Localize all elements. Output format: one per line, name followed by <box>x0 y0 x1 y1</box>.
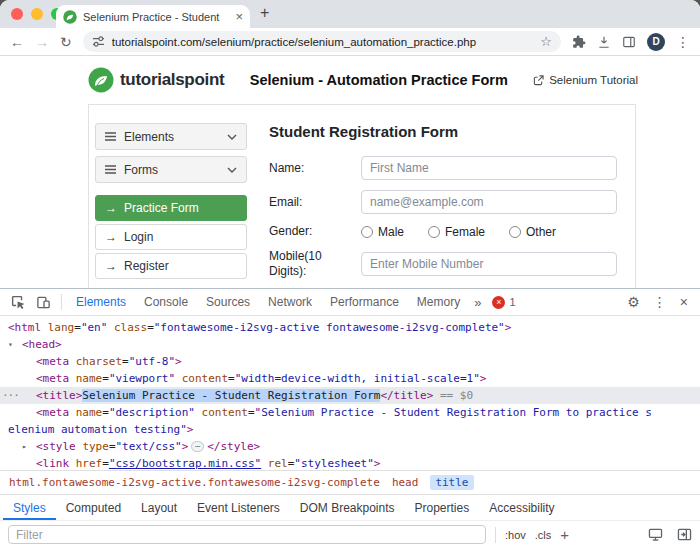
tab-styles[interactable]: Styles <box>3 495 56 520</box>
tab-favicon-icon <box>63 10 77 24</box>
radio-label: Other <box>526 225 556 239</box>
reload-icon[interactable]: ↻ <box>60 35 72 49</box>
devtools-settings-icon[interactable]: ⚙ <box>627 295 640 309</box>
devtools-tab-network[interactable]: Network <box>259 289 321 315</box>
breadcrumb-item-html[interactable]: html.fontawesome-i2svg-active.fontawesom… <box>9 476 380 489</box>
dom-node-line[interactable]: elenium automation testing"> <box>0 421 700 438</box>
sidebar-links: → Practice Form → Login → Register <box>95 195 247 279</box>
dom-node-line[interactable]: ···<title>Selenium Practice - Student Re… <box>0 387 700 404</box>
dom-node-line[interactable]: ▾<head> <box>0 336 700 353</box>
hamburger-icon <box>105 165 116 174</box>
sidebar-item-label: Login <box>124 230 153 244</box>
gender-radio-male[interactable]: Male <box>361 225 404 239</box>
tab-accessibility[interactable]: Accessibility <box>479 495 564 520</box>
devtools-tab-sources[interactable]: Sources <box>197 289 259 315</box>
sidebar-item-register[interactable]: → Register <box>95 253 247 279</box>
chevron-down-icon <box>227 167 237 173</box>
gender-radio-other[interactable]: Other <box>509 225 556 239</box>
radio-icon[interactable] <box>509 226 521 238</box>
styles-filter-input[interactable] <box>8 525 486 544</box>
error-icon: × <box>492 296 505 309</box>
devtools-close-icon[interactable]: × <box>680 295 688 309</box>
tab-properties[interactable]: Properties <box>405 495 480 520</box>
devtools-tab-console[interactable]: Console <box>135 289 197 315</box>
dom-node-line[interactable]: ▸<style type="text/css">⋯</style> <box>0 438 700 455</box>
forward-icon[interactable]: → <box>35 35 49 49</box>
radio-icon[interactable] <box>361 226 373 238</box>
bookmark-star-icon[interactable]: ☆ <box>540 34 552 49</box>
name-label: Name: <box>269 161 361 176</box>
dom-node-line[interactable]: <meta name="viewport" content="width=dev… <box>0 370 700 387</box>
styles-pane-tabs: Styles Computed Layout Event Listeners D… <box>0 494 700 520</box>
error-badge[interactable]: × 1 <box>492 296 515 309</box>
toggle-element-classes[interactable]: .cls <box>535 529 552 541</box>
devtools-tab-elements[interactable]: Elements <box>67 289 135 315</box>
dock-side-icon[interactable] <box>677 528 692 541</box>
tab-title: Selenium Practice - Student <box>83 11 229 23</box>
browser-tab-bar: Selenium Practice - Student × + <box>0 0 700 28</box>
back-icon[interactable]: ← <box>10 35 24 49</box>
devtools-menu-icon[interactable]: ⋮ <box>653 295 667 309</box>
breadcrumb: html.fontawesome-i2svg-active.fontawesom… <box>0 470 700 494</box>
toggle-hover-state[interactable]: :hov <box>505 529 526 541</box>
tab-close-icon[interactable]: × <box>235 10 243 23</box>
dom-node-line[interactable]: <html lang="en" class="fontawesome-i2svg… <box>0 319 700 336</box>
inspect-element-icon[interactable] <box>6 295 31 310</box>
dom-node-line[interactable]: <meta name="description" content="Seleni… <box>0 404 700 421</box>
selenium-tutorial-link[interactable]: Selenium Tutorial <box>533 74 638 86</box>
extensions-icon[interactable] <box>572 35 586 49</box>
dom-node-line[interactable]: <meta charset="utf-8"> <box>0 353 700 370</box>
sidebar-accordion-forms[interactable]: Forms <box>95 156 247 183</box>
gender-radio-female[interactable]: Female <box>428 225 485 239</box>
tab-dom-breakpoints[interactable]: DOM Breakpoints <box>290 495 405 520</box>
browser-tab[interactable]: Selenium Practice - Student × <box>56 5 250 28</box>
rendering-emulation-icon[interactable] <box>648 528 663 541</box>
dom-node-line[interactable]: <link href="css/bootstrap.min.css" rel="… <box>0 455 700 470</box>
breadcrumb-item-head[interactable]: head <box>392 476 419 489</box>
accordion-label: Elements <box>124 130 174 144</box>
radio-label: Male <box>378 225 404 239</box>
site-settings-icon[interactable] <box>92 35 105 48</box>
new-tab-button[interactable]: + <box>260 4 269 22</box>
address-bar[interactable]: tutorialspoint.com/selenium/practice/sel… <box>83 31 561 52</box>
practice-container: Elements Forms <box>88 104 636 288</box>
node-overflow-menu-icon[interactable]: ··· <box>2 387 19 404</box>
new-style-rule-icon[interactable]: + <box>560 526 569 543</box>
arrow-right-icon: → <box>105 201 117 215</box>
expand-arrow-icon[interactable]: ▾ <box>8 336 22 353</box>
site-logo[interactable]: tutorialspoint <box>88 67 224 93</box>
tab-layout[interactable]: Layout <box>131 495 187 520</box>
sidebar-item-practice-form[interactable]: → Practice Form <box>95 195 247 221</box>
downloads-icon[interactable] <box>597 35 611 49</box>
more-tabs-icon[interactable]: » <box>469 295 486 310</box>
mobile-input[interactable] <box>361 252 617 276</box>
collapse-arrow-icon[interactable]: ▸ <box>22 438 36 455</box>
browser-window: Selenium Practice - Student × + ← → ↻ tu… <box>0 0 700 556</box>
close-window-button[interactable] <box>11 8 23 20</box>
sidebar-item-login[interactable]: → Login <box>95 224 247 250</box>
accordion-label: Forms <box>124 163 158 177</box>
brand-name: tutorialspoint <box>120 70 224 90</box>
practice-sidebar: Elements Forms <box>95 123 247 288</box>
sidebar-item-label: Practice Form <box>124 201 199 215</box>
devtools-toolbar: Elements Console Sources Network Perform… <box>0 289 700 316</box>
radio-icon[interactable] <box>428 226 440 238</box>
browser-menu-icon[interactable]: ⋮ <box>676 35 690 49</box>
gender-label: Gender: <box>269 224 361 239</box>
email-input[interactable] <box>361 190 617 214</box>
radio-label: Female <box>445 225 485 239</box>
tab-computed[interactable]: Computed <box>56 495 131 520</box>
name-input[interactable] <box>361 156 617 180</box>
profile-avatar[interactable]: D <box>647 33 665 51</box>
breadcrumb-item-title[interactable]: title <box>430 475 473 490</box>
web-page: tutorialspoint Selenium - Automation Pra… <box>0 56 700 288</box>
device-toolbar-icon[interactable] <box>31 295 56 310</box>
sidebar-accordion-elements[interactable]: Elements <box>95 123 247 150</box>
minimize-window-button[interactable] <box>31 8 43 20</box>
form-row-email: Email: <box>269 190 617 214</box>
arrow-right-icon: → <box>105 230 117 244</box>
tab-event-listeners[interactable]: Event Listeners <box>187 495 290 520</box>
devtools-tab-memory[interactable]: Memory <box>408 289 469 315</box>
side-panel-icon[interactable] <box>622 35 636 49</box>
devtools-tab-performance[interactable]: Performance <box>321 289 408 315</box>
